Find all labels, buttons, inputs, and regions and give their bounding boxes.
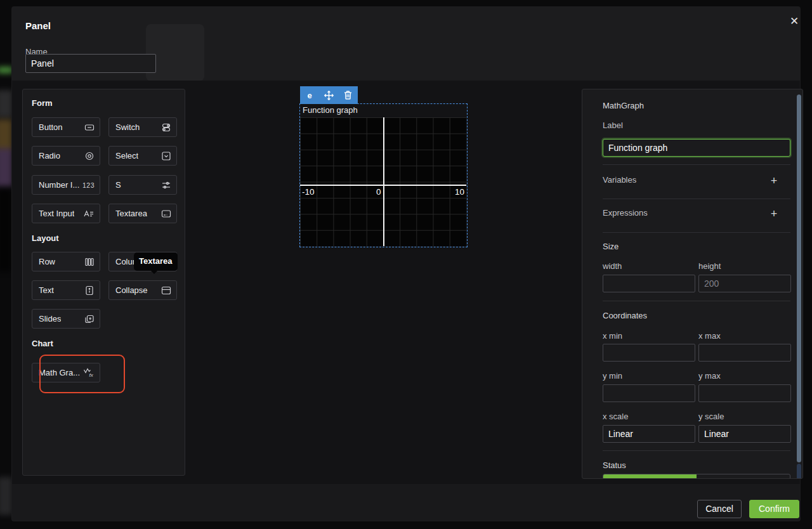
x-scale-select[interactable]: Linear	[603, 425, 695, 443]
palette-section-layout: Layout	[32, 233, 59, 243]
palette-item-row[interactable]: Row	[32, 252, 100, 271]
x-max-input[interactable]	[698, 344, 791, 362]
palette-item-switch[interactable]: Switch	[108, 117, 177, 137]
label-field-label: Label	[603, 121, 623, 130]
y-max-label: y max	[698, 371, 721, 381]
palette-section-form: Form	[32, 98, 53, 108]
variables-section-label: Variables	[603, 175, 636, 185]
screen: Panel ✕ Name Form Button Switch Radio Se…	[0, 0, 812, 529]
x-scale-label: x scale	[603, 412, 628, 421]
text-icon	[84, 285, 95, 296]
palette-item-button[interactable]: Button	[32, 117, 100, 137]
tooltip: Textarea	[134, 252, 178, 271]
tooltip-text: Textarea	[139, 256, 173, 266]
palette-item-select[interactable]: Select	[108, 146, 177, 166]
status-segmented-control: Show Hidden	[603, 474, 790, 479]
y-scale-select[interactable]: Linear	[698, 425, 791, 443]
palette-item-math-graph[interactable]: Math Gra... fx	[32, 363, 100, 382]
divider	[603, 232, 790, 233]
text-input-icon	[83, 209, 95, 219]
palette-section-chart: Chart	[32, 339, 53, 348]
component-palette: Form Button Switch Radio Select Number I…	[22, 89, 185, 476]
palette-item-radio[interactable]: Radio	[32, 146, 100, 166]
cancel-button[interactable]: Cancel	[697, 500, 742, 518]
add-variable-icon[interactable]: +	[768, 175, 780, 188]
backdrop-grey-blob	[0, 90, 13, 118]
height-input[interactable]	[698, 275, 791, 292]
component-label: Function graph	[303, 105, 358, 115]
size-section-label: Size	[603, 242, 619, 251]
svg-text:fx: fx	[89, 372, 94, 378]
slider-icon	[161, 180, 171, 190]
selected-component-mathgraph[interactable]: Function graph -10 0 10	[299, 103, 468, 247]
trash-icon[interactable]	[338, 90, 357, 100]
backdrop-orange-blob	[0, 119, 13, 150]
divider	[603, 164, 790, 165]
width-input[interactable]	[603, 275, 695, 292]
status-option-hidden[interactable]: Hidden	[697, 474, 790, 479]
confirm-button[interactable]: Confirm	[749, 500, 799, 518]
add-expression-icon[interactable]: +	[768, 208, 780, 221]
switch-icon	[161, 122, 171, 133]
coordinates-section-label: Coordinates	[603, 311, 647, 320]
x-min-input[interactable]	[603, 344, 695, 362]
divider	[603, 450, 790, 451]
edit-handle[interactable]: e	[300, 91, 319, 100]
divider	[603, 301, 790, 301]
backdrop-dark-blob	[0, 189, 11, 271]
height-label: height	[698, 261, 721, 271]
palette-item-slides[interactable]: Slides	[32, 309, 100, 329]
inspector-panel: MathGraph Label Variables + Expressions …	[582, 89, 803, 479]
x-tick-zero: 0	[376, 187, 381, 197]
inspector-title: MathGraph	[603, 101, 644, 110]
label-input[interactable]	[603, 139, 790, 157]
x-axis-line	[300, 185, 466, 186]
x-tick-max: 10	[455, 187, 464, 197]
y-min-label: y min	[603, 371, 622, 381]
dialog-title: Panel	[25, 20, 51, 31]
inspector-scrollbar[interactable]	[797, 95, 801, 479]
math-graph-plot: -10 0 10	[300, 117, 466, 246]
panel-editor-dialog: Panel ✕ Name Form Button Switch Radio Se…	[11, 6, 801, 521]
palette-item-textarea[interactable]: Textarea	[108, 204, 177, 223]
close-icon[interactable]: ✕	[787, 14, 802, 29]
width-label: width	[603, 261, 622, 271]
scrollbar-thumb[interactable]	[797, 95, 801, 462]
x-max-label: x max	[698, 331, 721, 341]
component-toolbar: e	[300, 86, 358, 104]
scrollbar-track-end	[797, 464, 801, 479]
palette-item-number-input[interactable]: Number I... 123	[32, 175, 100, 195]
palette-item-collapse[interactable]: Collapse	[108, 280, 177, 300]
y-max-input[interactable]	[698, 384, 791, 402]
palette-item-text-input[interactable]: Text Input	[32, 204, 100, 223]
textarea-icon	[161, 209, 171, 219]
status-option-show[interactable]: Show	[603, 474, 697, 479]
y-axis-line	[383, 117, 384, 246]
expressions-section-label: Expressions	[603, 208, 648, 218]
collapse-icon	[161, 285, 171, 296]
palette-item-slider[interactable]: S	[108, 175, 177, 195]
move-icon[interactable]	[319, 90, 338, 101]
status-section-label: Status	[603, 460, 626, 470]
slides-icon	[84, 314, 95, 324]
palette-item-text[interactable]: Text	[32, 280, 100, 300]
number-icon: 123	[82, 181, 95, 189]
divider	[603, 199, 790, 199]
radio-icon	[84, 151, 95, 161]
x-tick-min: -10	[302, 187, 315, 197]
backdrop-purple-blob	[0, 148, 13, 186]
x-min-label: x min	[603, 331, 622, 341]
button-icon	[84, 122, 95, 133]
backdrop-green-blob	[0, 67, 13, 73]
select-icon	[161, 151, 171, 161]
backdrop-light-blob	[0, 477, 13, 515]
math-graph-icon: fx	[83, 367, 95, 378]
row-icon	[84, 257, 95, 267]
name-input[interactable]	[25, 54, 156, 73]
dialog-footer	[12, 484, 800, 521]
y-min-input[interactable]	[603, 384, 695, 402]
y-scale-label: y scale	[698, 412, 724, 421]
